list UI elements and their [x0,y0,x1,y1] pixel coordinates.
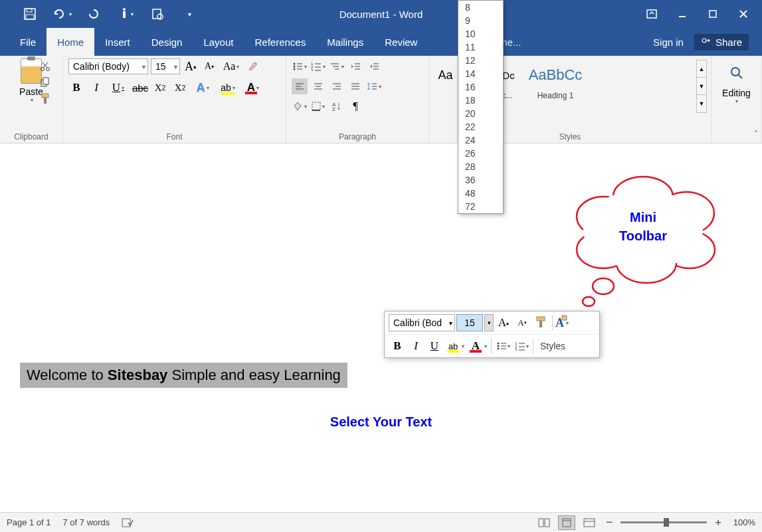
tab-insert[interactable]: Insert [94,28,141,56]
zoom-in-button[interactable]: + [712,517,723,529]
print-layout-button[interactable] [558,515,575,530]
tab-layout[interactable]: Layout [193,28,244,56]
font-size-combo[interactable]: 15 [151,58,180,74]
tab-review[interactable]: Review [374,28,428,56]
collapse-ribbon-button[interactable]: ˄ [754,130,758,139]
size-option-18[interactable]: 18 [458,94,503,107]
copy-button[interactable] [40,77,50,88]
redo-button[interactable] [84,4,104,24]
gallery-more-button[interactable]: ▼ [697,95,706,112]
web-layout-button[interactable] [581,515,598,530]
show-hide-button[interactable]: ¶ [347,98,363,114]
mini-bullets-button[interactable]: ▾ [494,337,512,355]
increase-indent-button[interactable] [366,58,382,74]
gallery-up-button[interactable]: ▲ [697,60,706,78]
format-painter-button[interactable] [40,93,50,105]
zoom-level[interactable]: 100% [733,517,755,527]
size-option-28[interactable]: 28 [458,160,503,173]
mini-grow-font-button[interactable]: A▴ [495,314,512,331]
bold-button[interactable]: B [68,80,84,96]
size-option-10[interactable]: 10 [458,27,503,41]
justify-button[interactable] [347,78,363,94]
size-option-48[interactable]: 48 [458,187,503,200]
size-option-36[interactable]: 36 [458,173,503,187]
read-mode-button[interactable] [535,515,553,530]
multilevel-list-button[interactable] [329,58,345,74]
zoom-out-button[interactable]: − [603,515,616,529]
zoom-slider[interactable] [620,521,707,523]
cut-button[interactable] [40,61,50,72]
gallery-down-button[interactable]: ▼ [697,78,706,95]
text-effects-button[interactable]: A [192,80,213,96]
sign-in-link[interactable]: Sign in [653,37,684,48]
tab-design[interactable]: Design [141,28,193,56]
print-preview-button[interactable] [147,4,167,24]
mini-format-painter-button[interactable] [532,314,549,331]
size-option-22[interactable]: 22 [458,120,503,133]
mini-bold-button[interactable]: B [389,337,406,355]
touch-mode-button[interactable]: ▾ [116,4,136,24]
mini-styles-label[interactable]: Styles [536,341,569,351]
share-button[interactable]: Share [694,34,749,50]
size-option-12[interactable]: 12 [458,54,503,67]
style-item-normal[interactable]: Aa [434,58,457,117]
change-case-button[interactable]: Aa [220,58,242,74]
mini-numbering-button[interactable]: 123▾ [513,337,530,355]
spell-check-icon[interactable] [122,517,134,528]
mini-italic-button[interactable]: I [407,337,425,355]
align-center-button[interactable] [310,78,326,94]
size-option-26[interactable]: 26 [458,147,503,160]
mini-shrink-font-button[interactable]: A▾ [514,314,531,331]
size-option-20[interactable]: 20 [458,107,503,120]
selected-text[interactable]: Welcome to Sitesbay Simple and easy Lear… [20,363,347,388]
mini-underline-button[interactable]: U [426,337,443,355]
size-option-14[interactable]: 14 [458,67,503,80]
grow-font-button[interactable]: A▴ [183,58,199,74]
find-button[interactable] [717,58,756,88]
mini-styles-button[interactable]: A [555,314,564,331]
tab-references[interactable]: References [244,28,316,56]
maximize-button[interactable] [700,4,726,24]
tab-file[interactable]: File [0,28,47,56]
style-item-heading1[interactable]: AaBbCc Heading 1 [524,58,587,117]
mini-size-combo[interactable]: 15 [456,314,483,331]
undo-button[interactable]: ▾ [52,4,72,24]
size-option-11[interactable]: 11 [458,41,503,54]
page-indicator[interactable]: Page 1 of 1 [7,517,51,528]
size-option-72[interactable]: 72 [458,200,503,213]
mini-highlight-button[interactable]: ab▾ [444,337,462,355]
size-option-16[interactable]: 16 [458,80,503,94]
decrease-indent-button[interactable] [347,58,363,74]
align-left-button[interactable] [292,78,308,94]
size-option-24[interactable]: 24 [458,133,503,147]
mini-font-color-button[interactable]: A▾ [467,337,484,355]
clear-formatting-button[interactable] [245,58,261,74]
sort-button[interactable]: AZ [329,98,345,114]
underline-button[interactable]: U [108,80,128,96]
mini-font-combo[interactable]: Calibri (Bod [389,314,455,331]
tab-home[interactable]: Home [47,28,94,56]
strikethrough-button[interactable]: abc [132,80,148,96]
borders-button[interactable] [310,98,326,114]
mini-size-dropdown-button[interactable]: ▾ [484,314,494,331]
highlight-button[interactable]: ab [217,80,238,96]
superscript-button[interactable]: X2 [172,80,188,96]
tab-mailings[interactable]: Mailings [316,28,374,56]
bullets-button[interactable] [292,58,308,74]
close-button[interactable] [730,4,757,24]
size-option-9[interactable]: 9 [458,14,503,27]
shrink-font-button[interactable]: A▾ [201,58,217,74]
font-name-combo[interactable]: Calibri (Body) [68,58,148,74]
qat-customize-button[interactable]: ▾ [179,4,199,24]
font-color-button[interactable]: A [242,80,264,96]
numbering-button[interactable]: 123 [310,58,326,74]
subscript-button[interactable]: X2 [152,80,168,96]
shading-button[interactable] [292,98,308,114]
line-spacing-button[interactable] [366,78,382,94]
word-count[interactable]: 7 of 7 words [63,517,110,528]
minimize-button[interactable] [669,4,696,24]
ribbon-display-button[interactable] [638,4,665,24]
size-option-8[interactable]: 8 [458,1,503,14]
save-button[interactable] [20,4,40,24]
align-right-button[interactable] [329,78,345,94]
